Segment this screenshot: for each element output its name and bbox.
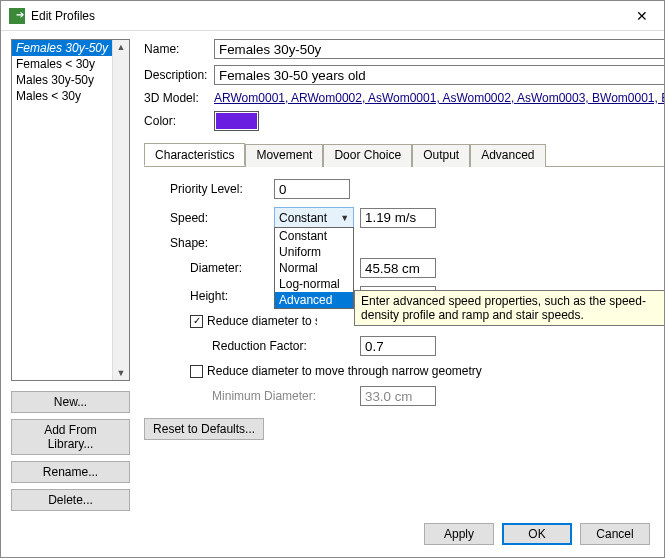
list-item[interactable]: Males < 30y xyxy=(12,88,112,104)
height-label: Height: xyxy=(170,289,274,303)
profiles-listbox[interactable]: Females 30y-50y Females < 30y Males 30y-… xyxy=(11,39,130,381)
tab-content-characteristics: Priority Level: Speed: Constant ▼ Consta… xyxy=(144,167,665,452)
tab-door-choice[interactable]: Door Choice xyxy=(323,144,412,167)
speed-mode-dropdown[interactable]: Constant ▼ xyxy=(274,207,354,228)
close-button[interactable]: ✕ xyxy=(619,1,664,31)
speed-option-lognormal[interactable]: Log-normal xyxy=(275,276,353,292)
speed-label: Speed: xyxy=(170,211,274,225)
app-icon xyxy=(9,8,25,24)
apply-button[interactable]: Apply xyxy=(424,523,494,545)
speed-mode-dropdown-list[interactable]: Constant Uniform Normal Log-normal Advan… xyxy=(274,227,354,309)
dialog-footer: Apply OK Cancel xyxy=(424,523,650,545)
speed-option-constant[interactable]: Constant xyxy=(275,228,353,244)
diameter-label: Diameter: xyxy=(170,261,274,275)
delete-button[interactable]: Delete... xyxy=(11,489,130,511)
description-input[interactable] xyxy=(214,65,665,85)
reduce-narrow-checkbox[interactable] xyxy=(190,365,203,378)
list-item[interactable]: Females 30y-50y xyxy=(12,40,112,56)
close-icon: ✕ xyxy=(636,8,648,24)
titlebar: Edit Profiles ✕ xyxy=(1,1,664,31)
rename-button[interactable]: Rename... xyxy=(11,461,130,483)
speed-option-advanced[interactable]: Advanced xyxy=(275,292,353,308)
model-link[interactable]: ARWom0001, ARWom0002, AsWom0001, AsWom00… xyxy=(214,91,665,105)
new-button[interactable]: New... xyxy=(11,391,130,413)
tab-characteristics[interactable]: Characteristics xyxy=(144,143,245,166)
list-item[interactable]: Females < 30y xyxy=(12,56,112,72)
reset-defaults-button[interactable]: Reset to Defaults... xyxy=(144,418,264,440)
chevron-down-icon: ▼ xyxy=(340,213,349,223)
reduce-narrow-label: Reduce diameter to move through narrow g… xyxy=(207,364,482,378)
reduction-factor-label: Reduction Factor: xyxy=(212,339,336,353)
scroll-down-icon: ▼ xyxy=(117,368,126,378)
speed-mode-value: Constant xyxy=(279,211,327,225)
tabstrip: Characteristics Movement Door Choice Out… xyxy=(144,143,665,167)
priority-input[interactable] xyxy=(274,179,350,199)
tab-movement[interactable]: Movement xyxy=(245,144,323,167)
ok-button[interactable]: OK xyxy=(502,523,572,545)
scroll-up-icon: ▲ xyxy=(117,42,126,52)
reduce-squeeze-label: Reduce diameter to squeeze through tight… xyxy=(207,314,317,328)
tab-advanced[interactable]: Advanced xyxy=(470,144,545,167)
name-label: Name: xyxy=(144,42,214,56)
speed-option-uniform[interactable]: Uniform xyxy=(275,244,353,260)
diameter-input[interactable] xyxy=(360,258,436,278)
speed-advanced-tooltip: Enter advanced speed properties, such as… xyxy=(354,290,665,326)
speed-option-normal[interactable]: Normal xyxy=(275,260,353,276)
min-diameter-input xyxy=(360,386,436,406)
min-diameter-label: Minimum Diameter: xyxy=(212,389,336,403)
priority-label: Priority Level: xyxy=(170,182,274,196)
reduce-squeeze-checkbox[interactable]: ✓ xyxy=(190,315,203,328)
tab-output[interactable]: Output xyxy=(412,144,470,167)
cancel-button[interactable]: Cancel xyxy=(580,523,650,545)
speed-value-input[interactable] xyxy=(360,208,436,228)
add-from-library-button[interactable]: Add From Library... xyxy=(11,419,130,455)
window-title: Edit Profiles xyxy=(31,9,95,23)
color-label: Color: xyxy=(144,114,214,128)
shape-label: Shape: xyxy=(170,236,274,250)
color-swatch[interactable] xyxy=(214,111,259,131)
listbox-scrollbar[interactable]: ▲ ▼ xyxy=(112,40,129,380)
model-label: 3D Model: xyxy=(144,91,214,105)
reduction-factor-input[interactable] xyxy=(360,336,436,356)
tooltip-text: Enter advanced speed properties, such as… xyxy=(361,294,646,322)
description-label: Description: xyxy=(144,68,214,82)
name-input[interactable] xyxy=(214,39,665,59)
list-item[interactable]: Males 30y-50y xyxy=(12,72,112,88)
